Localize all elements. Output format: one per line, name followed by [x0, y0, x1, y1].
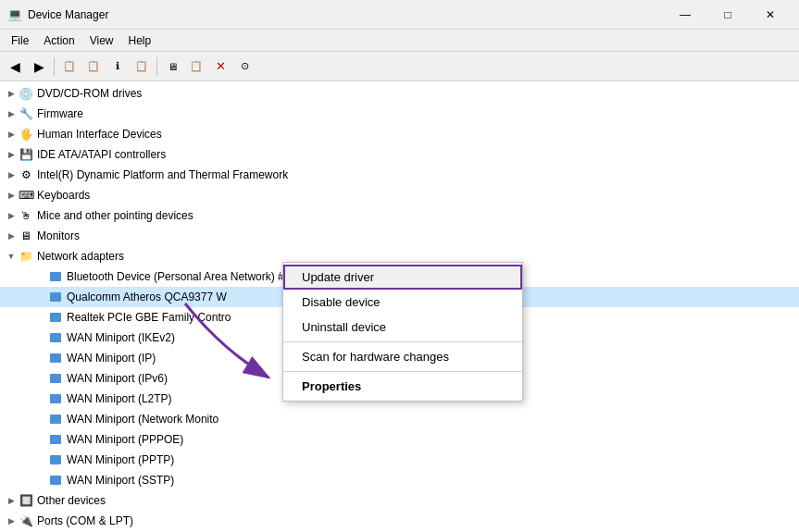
intel-icon: ⚙ [19, 167, 33, 182]
menu-file[interactable]: File [4, 32, 36, 49]
toolbar-sep-2 [156, 57, 157, 76]
tree-label-wan-l2tp: WAN Miniport (L2TP) [67, 392, 172, 405]
back-button[interactable]: ◀ [4, 56, 26, 78]
expand-ports[interactable]: ▶ [4, 513, 19, 528]
tree-label-wan-pppoe: WAN Miniport (PPPOE) [67, 433, 183, 446]
expand-firmware[interactable]: ▶ [4, 106, 19, 121]
toolbar-btn-2[interactable]: 📋 [82, 56, 105, 78]
wan-ip-icon [48, 351, 63, 365]
tree-item-firmware[interactable]: ▶ 🔧 Firmware [0, 104, 799, 124]
toolbar-btn-7[interactable]: ✕ [209, 56, 231, 78]
expand-monitors[interactable]: ▶ [4, 229, 19, 243]
tree-item-ide[interactable]: ▶ 💾 IDE ATA/ATAPI controllers [0, 144, 799, 165]
tree-item-ports[interactable]: ▶ 🔌 Ports (COM & LPT) [0, 511, 799, 531]
toolbar-sep-1 [54, 57, 55, 76]
tree-item-other[interactable]: ▶ 🔲 Other devices [0, 490, 799, 511]
svg-rect-5 [50, 374, 61, 383]
tree-label-wan-ipv6: WAN Miniport (IPv6) [67, 372, 168, 385]
toolbar-btn-6[interactable]: 📋 [185, 56, 207, 78]
dvd-icon: 💿 [19, 86, 33, 101]
hid-icon: 🖐 [19, 127, 33, 142]
expand-hid[interactable]: ▶ [4, 127, 19, 142]
wan-pptp-icon [48, 452, 63, 467]
toolbar-btn-5[interactable]: 🖥 [161, 56, 183, 78]
tree-label-bluetooth: Bluetooth Device (Personal Area Network)… [67, 270, 290, 283]
tree-label-keyboards: Keyboards [37, 189, 90, 202]
toolbar-btn-8[interactable]: ⊙ [233, 56, 256, 78]
tree-label-realtek: Realtek PCIe GBE Family Contro [67, 311, 231, 324]
expand-dvd[interactable]: ▶ [4, 86, 19, 101]
svg-rect-0 [50, 272, 61, 281]
window-controls: — □ ✕ [664, 0, 792, 30]
expand-other[interactable]: ▶ [4, 493, 19, 508]
other-icon: 🔲 [19, 493, 33, 508]
tree-label-ports: Ports (COM & LPT) [37, 514, 133, 527]
tree-label-wan-pptp: WAN Miniport (PPTP) [67, 453, 174, 466]
tree-item-wan-sstp[interactable]: ▶ WAN Miniport (SSTP) [0, 470, 799, 490]
tree-item-monitors[interactable]: ▶ 🖥 Monitors [0, 226, 799, 246]
title-bar: 💻 Device Manager — □ ✕ [0, 0, 799, 30]
keyboards-icon: ⌨ [19, 188, 33, 203]
context-menu-sep-2 [283, 371, 522, 372]
tree-item-wan-netmon[interactable]: ▶ WAN Miniport (Network Monito [0, 409, 799, 429]
menu-view[interactable]: View [82, 32, 121, 49]
minimize-button[interactable]: — [664, 0, 706, 30]
tree-item-intel[interactable]: ▶ ⚙ Intel(R) Dynamic Platform and Therma… [0, 165, 799, 185]
expand-network[interactable]: ▼ [4, 249, 19, 264]
network-icon: 📁 [19, 249, 33, 264]
firmware-icon: 🔧 [19, 106, 33, 121]
properties-label: Properties [302, 379, 361, 393]
mice-icon: 🖱 [19, 208, 33, 223]
tree-label-wan-sstp: WAN Miniport (SSTP) [67, 474, 174, 487]
context-menu-disable-device[interactable]: Disable device [283, 290, 522, 315]
scan-hardware-label: Scan for hardware changes [302, 350, 449, 364]
expand-keyboards[interactable]: ▶ [4, 188, 19, 203]
window-title: Device Manager [28, 8, 664, 21]
wan-ipv6-icon [48, 371, 63, 386]
svg-rect-7 [50, 414, 61, 424]
toolbar-btn-1[interactable]: 📋 [58, 56, 81, 78]
expand-mice[interactable]: ▶ [4, 208, 19, 223]
maximize-button[interactable]: □ [706, 0, 749, 30]
expand-ide[interactable]: ▶ [4, 147, 19, 162]
realtek-icon [48, 310, 63, 325]
wan-pppoe-icon [48, 432, 63, 447]
tree-item-keyboards[interactable]: ▶ ⌨ Keyboards [0, 185, 799, 205]
context-menu-properties[interactable]: Properties [283, 374, 522, 399]
svg-rect-3 [50, 333, 61, 342]
menu-action[interactable]: Action [36, 32, 81, 49]
tree-label-monitors: Monitors [37, 229, 80, 242]
tree-label-firmware: Firmware [37, 107, 83, 120]
tree-item-mice[interactable]: ▶ 🖱 Mice and other pointing devices [0, 205, 799, 226]
menu-help[interactable]: Help [121, 32, 159, 49]
svg-rect-9 [50, 455, 61, 464]
svg-rect-10 [50, 476, 61, 485]
forward-button[interactable]: ▶ [28, 56, 50, 78]
expand-intel[interactable]: ▶ [4, 167, 19, 182]
disable-device-label: Disable device [302, 295, 381, 309]
context-menu-uninstall-device[interactable]: Uninstall device [283, 315, 522, 340]
context-menu: Update driver Disable device Uninstall d… [282, 262, 523, 402]
tree-label-network: Network adapters [37, 250, 124, 263]
wan-netmon-icon [48, 412, 63, 427]
tree-item-dvd[interactable]: ▶ 💿 DVD/CD-ROM drives [0, 83, 799, 104]
toolbar-btn-4[interactable]: 📋 [131, 56, 153, 78]
tree-item-hid[interactable]: ▶ 🖐 Human Interface Devices [0, 124, 799, 144]
ide-icon: 💾 [19, 147, 33, 162]
toolbar-btn-3[interactable]: ℹ [106, 56, 129, 78]
context-menu-update-driver[interactable]: Update driver [283, 265, 522, 290]
app-icon: 💻 [7, 7, 22, 22]
tree-label-wan-ip: WAN Miniport (IP) [67, 352, 156, 365]
svg-rect-1 [50, 292, 61, 302]
tree-label-qualcomm: Qualcomm Atheros QCA9377 W [67, 291, 227, 303]
tree-item-wan-pppoe[interactable]: ▶ WAN Miniport (PPPOE) [0, 429, 799, 450]
svg-rect-6 [50, 394, 61, 403]
tree-item-wan-pptp[interactable]: ▶ WAN Miniport (PPTP) [0, 450, 799, 470]
qualcomm-icon [48, 290, 63, 304]
tree-label-hid: Human Interface Devices [37, 128, 162, 141]
tree-label-intel: Intel(R) Dynamic Platform and Thermal Fr… [37, 168, 288, 181]
menu-bar: File Action View Help [0, 30, 799, 52]
close-button[interactable]: ✕ [749, 0, 792, 30]
update-driver-label: Update driver [302, 270, 374, 284]
context-menu-scan-hardware[interactable]: Scan for hardware changes [283, 344, 522, 369]
